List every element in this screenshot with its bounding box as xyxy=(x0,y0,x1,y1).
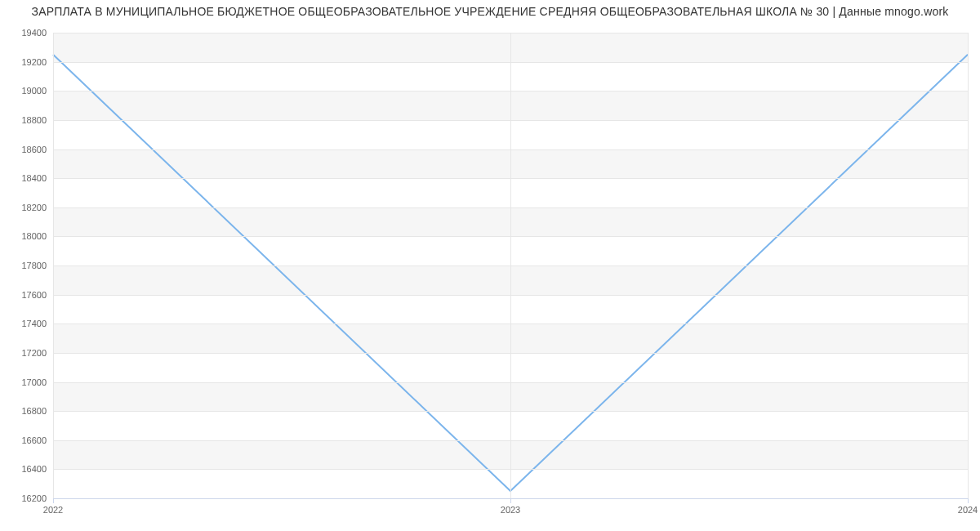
y-tick-label: 17200 xyxy=(21,348,47,358)
x-axis-line xyxy=(53,498,968,499)
y-tick-label: 17000 xyxy=(21,377,47,387)
x-tick-label: 2022 xyxy=(43,505,63,515)
y-tick-label: 19200 xyxy=(21,57,47,67)
y-tick-label: 19000 xyxy=(21,86,47,96)
x-tick-label: 2023 xyxy=(501,505,520,515)
y-tick-label: 18200 xyxy=(21,203,47,212)
y-tick-label: 18000 xyxy=(21,231,47,241)
x-gridline xyxy=(510,33,511,498)
y-tick-label: 18600 xyxy=(21,145,47,154)
chart-title: ЗАРПЛАТА В МУНИЦИПАЛЬНОЕ БЮДЖЕТНОЕ ОБЩЕО… xyxy=(0,5,980,18)
y-tick-label: 16600 xyxy=(21,435,47,445)
chart-container: ЗАРПЛАТА В МУНИЦИПАЛЬНОЕ БЮДЖЕТНОЕ ОБЩЕО… xyxy=(0,0,980,531)
y-tick-label: 18800 xyxy=(21,115,47,125)
y-tick-label: 19400 xyxy=(21,28,47,38)
y-tick-label: 17600 xyxy=(21,290,47,300)
x-tick xyxy=(968,498,969,503)
y-tick-label: 16400 xyxy=(21,464,47,474)
x-tick-label: 2024 xyxy=(958,505,978,515)
y-tick-label: 18400 xyxy=(21,173,47,183)
x-gridline xyxy=(968,33,969,498)
y-tick-label: 17400 xyxy=(21,319,47,328)
y-tick-label: 17800 xyxy=(21,261,47,270)
x-gridline xyxy=(53,33,54,498)
y-tick-label: 16200 xyxy=(21,493,47,503)
plot-area: 1620016400166001680017000172001740017600… xyxy=(53,33,968,498)
y-tick-label: 16800 xyxy=(21,406,47,416)
